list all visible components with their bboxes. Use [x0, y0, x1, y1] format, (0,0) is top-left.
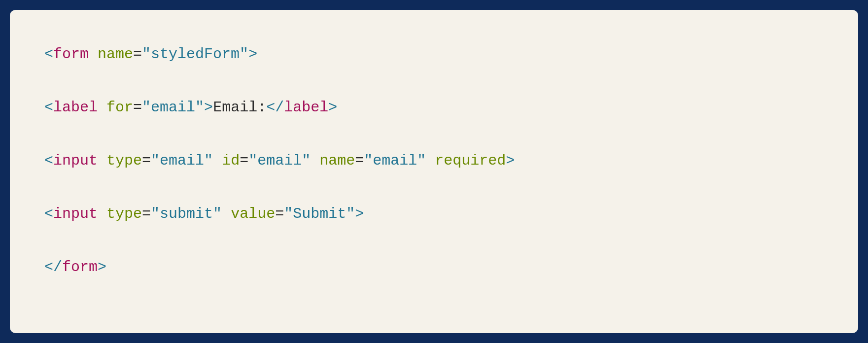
code-token: for: [106, 99, 133, 116]
code-line: <input type="submit" value="Submit">: [44, 199, 824, 229]
code-token: label: [284, 99, 328, 116]
code-token: <: [44, 206, 53, 222]
code-token: input: [53, 152, 98, 169]
code-token: </: [44, 259, 62, 275]
code-token: "email": [142, 99, 204, 116]
code-token: >: [204, 99, 213, 116]
code-token: value: [231, 206, 275, 222]
code-block: <form name="styledForm"><label for="emai…: [44, 39, 824, 282]
code-token: =: [133, 99, 142, 116]
code-token: [213, 152, 222, 169]
code-token: =: [142, 152, 151, 169]
code-token: [98, 206, 106, 222]
code-token: >: [506, 152, 515, 169]
code-card: <form name="styledForm"><label for="emai…: [10, 10, 858, 333]
code-token: >: [355, 206, 364, 222]
code-token: >: [248, 46, 257, 63]
code-token: "email": [151, 152, 213, 169]
code-token: >: [328, 99, 337, 116]
code-token: name: [98, 46, 133, 63]
code-token: [98, 99, 106, 116]
code-token: "Submit": [284, 206, 355, 222]
code-token: [222, 206, 231, 222]
code-token: </: [266, 99, 284, 116]
code-token: "email": [248, 152, 311, 169]
code-token: input: [53, 206, 98, 222]
code-token: =: [275, 206, 284, 222]
code-token: <: [44, 99, 53, 116]
code-token: name: [319, 152, 355, 169]
code-token: [89, 46, 98, 63]
code-token: =: [240, 152, 248, 169]
code-token: [311, 152, 319, 169]
code-token: =: [133, 46, 142, 63]
code-token: form: [53, 46, 89, 63]
code-line: <label for="email">Email:</label>: [44, 93, 824, 122]
code-token: form: [62, 259, 98, 275]
code-token: "email": [364, 152, 426, 169]
code-token: Email:: [213, 99, 266, 116]
code-line: </form>: [44, 252, 824, 282]
code-token: type: [106, 206, 142, 222]
code-line: <form name="styledForm">: [44, 39, 824, 69]
code-token: <: [44, 152, 53, 169]
code-token: "styledForm": [142, 46, 248, 63]
code-token: label: [53, 99, 98, 116]
code-token: id: [222, 152, 240, 169]
code-token: =: [355, 152, 364, 169]
code-token: required: [435, 152, 506, 169]
code-token: type: [106, 152, 142, 169]
code-token: =: [142, 206, 151, 222]
code-token: <: [44, 46, 53, 63]
code-line: <input type="email" id="email" name="ema…: [44, 146, 824, 175]
code-token: "submit": [151, 206, 222, 222]
code-token: [426, 152, 435, 169]
code-token: [98, 152, 106, 169]
code-token: >: [98, 259, 106, 275]
